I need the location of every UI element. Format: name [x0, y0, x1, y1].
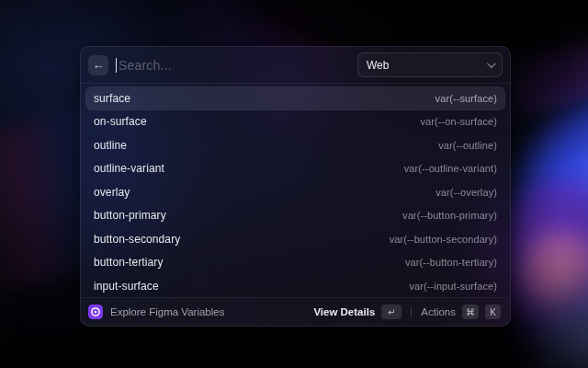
view-details-button[interactable]: View Details — [313, 306, 375, 317]
result-row[interactable]: button-tertiary var(--button-tertiary) — [85, 251, 505, 275]
result-label: input-surface — [94, 280, 159, 293]
result-row[interactable]: outline var(--outline) — [85, 133, 505, 157]
results-list: surface var(--surface) on-surface var(--… — [81, 84, 510, 297]
result-label: on-surface — [94, 115, 147, 128]
actions-button[interactable]: Actions — [421, 306, 456, 317]
result-value: var(--surface) — [435, 93, 497, 104]
result-row[interactable]: on-surface var(--on-surface) — [85, 110, 505, 134]
chevron-down-icon — [487, 59, 496, 68]
result-value: var(--outline-variant) — [404, 163, 497, 174]
extension-brand: Explore Figma Variables — [88, 305, 313, 319]
footer-actions: View Details ↵ Actions ⌘ K — [313, 305, 501, 319]
footer-actions-divider — [411, 306, 412, 317]
search-header: ← Search... Web — [81, 47, 510, 83]
result-value: var(--on-surface) — [420, 116, 497, 127]
figma-variables-icon — [88, 305, 103, 319]
back-button[interactable]: ← — [88, 55, 108, 75]
platform-dropdown[interactable]: Web — [357, 52, 503, 77]
result-row[interactable]: overlay var(--overlay) — [85, 180, 505, 204]
footer-bar: Explore Figma Variables View Details ↵ A… — [81, 298, 510, 326]
result-value: var(--overlay) — [435, 187, 497, 198]
result-row[interactable]: button-primary var(--button-primary) — [85, 204, 505, 228]
search-placeholder: Search... — [119, 58, 172, 73]
result-value: var(--button-tertiary) — [405, 257, 497, 268]
result-label: surface — [94, 92, 130, 105]
enter-key-icon: ↵ — [381, 305, 401, 319]
back-arrow-icon: ← — [93, 58, 105, 72]
result-value: var(--input-surface) — [409, 281, 497, 292]
result-row[interactable]: button-secondary var(--button-secondary) — [85, 227, 505, 251]
result-label: button-secondary — [94, 233, 180, 246]
search-input[interactable]: Search... — [116, 58, 350, 73]
result-label: outline — [94, 139, 127, 152]
screen: ← Search... Web surface var(--surface) o… — [0, 0, 588, 368]
result-label: outline-variant — [94, 162, 164, 175]
result-row[interactable]: outline-variant var(--outline-variant) — [85, 157, 505, 181]
command-palette-window: ← Search... Web surface var(--surface) o… — [80, 46, 511, 327]
result-row[interactable]: surface var(--surface) — [85, 86, 505, 110]
k-key-icon: K — [485, 305, 501, 319]
result-label: button-primary — [94, 209, 166, 222]
text-caret — [116, 58, 117, 73]
result-value: var(--button-primary) — [402, 210, 497, 221]
dropdown-value: Web — [367, 59, 389, 72]
extension-name: Explore Figma Variables — [110, 306, 224, 317]
result-value: var(--button-secondary) — [390, 234, 497, 245]
command-key-icon: ⌘ — [462, 305, 479, 319]
result-label: overlay — [94, 186, 130, 199]
result-label: button-tertiary — [94, 256, 164, 269]
result-row[interactable]: input-surface var(--input-surface) — [85, 274, 505, 297]
target-ring-icon — [90, 306, 101, 317]
result-value: var(--outline) — [438, 140, 497, 151]
